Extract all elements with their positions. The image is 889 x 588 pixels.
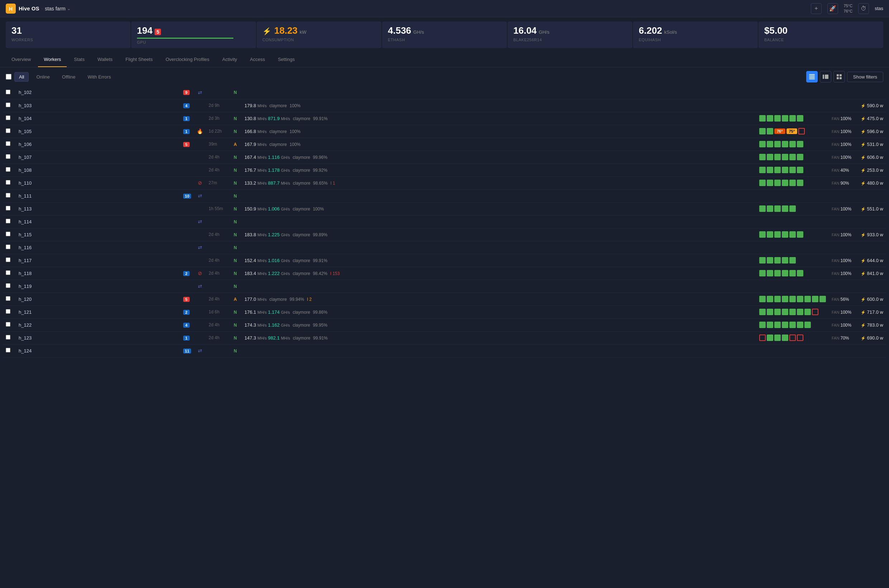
worker-checkbox[interactable] (6, 128, 10, 133)
gpu-bar-item (789, 231, 796, 238)
worker-checkbox[interactable] (6, 283, 10, 288)
worker-checkbox[interactable] (6, 335, 10, 339)
worker-checkbox[interactable] (6, 193, 10, 198)
worker-name[interactable]: h_103 (19, 103, 31, 108)
worker-name[interactable]: h_123 (19, 335, 31, 340)
worker-name[interactable]: h_106 (19, 142, 31, 147)
gpu-bar-item (797, 167, 804, 173)
tab-overclocking[interactable]: Overclocking Profiles (160, 52, 215, 67)
sync-icon: ⇄ (198, 193, 202, 199)
worker-name[interactable]: h_119 (19, 284, 31, 289)
worker-name[interactable]: h_114 (19, 219, 31, 225)
worker-power: ⚡ 551.0 w (858, 202, 886, 215)
filter-with-errors[interactable]: With Errors (83, 72, 115, 82)
gpu-bar-group (759, 206, 826, 212)
clock-icon[interactable]: ⏱ (858, 3, 869, 14)
tab-settings[interactable]: Settings (272, 52, 300, 67)
gpu-bar-item (774, 270, 781, 276)
filter-offline[interactable]: Offline (57, 72, 80, 82)
worker-name[interactable]: h_115 (19, 232, 31, 237)
worker-checkbox[interactable] (6, 270, 10, 275)
worker-name[interactable]: h_121 (19, 309, 31, 315)
tab-overview[interactable]: Overview (6, 52, 37, 67)
worker-name[interactable]: h_116 (19, 245, 31, 250)
worker-checkbox[interactable] (6, 102, 10, 107)
worker-checkbox[interactable] (6, 141, 10, 146)
hive-logo-icon: H (6, 4, 16, 14)
worker-name[interactable]: h_122 (19, 322, 31, 328)
worker-hashrate (241, 280, 756, 292)
worker-checkbox[interactable] (6, 90, 10, 94)
worker-name[interactable]: h_108 (19, 167, 31, 173)
worker-checkbox[interactable] (6, 309, 10, 314)
filter-all[interactable]: All (14, 72, 28, 82)
worker-badge: 1 (183, 129, 190, 134)
worker-name[interactable]: h_104 (19, 116, 31, 121)
blake-value: 16.04 (513, 25, 537, 36)
worker-checkbox[interactable] (6, 296, 10, 301)
tab-flight-sheets[interactable]: Flight Sheets (120, 52, 159, 67)
worker-name[interactable]: h_105 (19, 129, 31, 134)
worker-name[interactable]: h_118 (19, 271, 31, 276)
tab-workers[interactable]: Workers (38, 52, 67, 67)
algo-indicator: N (234, 336, 237, 340)
gpu-bar-item (797, 322, 804, 328)
rocket-icon[interactable]: 🚀 (828, 3, 838, 14)
balance-label: BALANCE (764, 38, 877, 42)
gpu-bar-item (797, 270, 804, 276)
gpu-bar-item (782, 167, 788, 173)
worker-name[interactable]: h_107 (19, 154, 31, 160)
worker-hashrate: 167.4 MH/s 1.116 GH/s claymore 99.96% (241, 151, 756, 164)
worker-name[interactable]: h_124 (19, 348, 31, 354)
tab-activity[interactable]: Activity (216, 52, 243, 67)
worker-name[interactable]: h_110 (19, 180, 31, 186)
view-list-detail-button[interactable] (806, 71, 818, 82)
gpu-bar-item (782, 309, 788, 315)
worker-checkbox[interactable] (6, 257, 10, 262)
worker-checkbox[interactable] (6, 206, 10, 210)
worker-name[interactable]: h_113 (19, 206, 31, 212)
fire-icon: 🔥 (197, 128, 203, 134)
worker-name[interactable]: h_111 (19, 193, 31, 199)
worker-checkbox[interactable] (6, 154, 10, 159)
show-filters-button[interactable]: Show filters (847, 72, 883, 82)
view-list-simple-button[interactable] (820, 71, 831, 82)
worker-uptime (206, 344, 231, 357)
table-row: h_12312d 4hN147.3 MH/s 982.1 MH/s claymo… (3, 331, 886, 344)
tab-wallets[interactable]: Wallets (92, 52, 118, 67)
worker-checkbox[interactable] (6, 180, 10, 184)
tab-stats[interactable]: Stats (68, 52, 90, 67)
worker-name[interactable]: h_117 (19, 258, 31, 263)
worker-hashrate: 150.9 MH/s 1.006 GH/s claymore 100% (241, 202, 756, 215)
worker-name[interactable]: h_120 (19, 297, 31, 302)
worker-hashrate: 177.0 MH/s claymore 99.94% I 2 (241, 292, 756, 306)
gpu-bar-item (774, 141, 781, 147)
filter-online[interactable]: Online (31, 72, 54, 82)
worker-name[interactable]: h_102 (19, 90, 31, 95)
select-all-checkbox[interactable] (6, 74, 12, 80)
gpu-bar-item (782, 334, 788, 341)
worker-checkbox[interactable] (6, 219, 10, 224)
worker-checkbox[interactable] (6, 232, 10, 236)
worker-uptime: 2d 3h (206, 112, 231, 125)
table-row: h_12052d 4hA177.0 MH/s claymore 99.94% I… (3, 292, 886, 306)
view-grid-button[interactable] (834, 71, 845, 82)
worker-checkbox[interactable] (6, 116, 10, 120)
worker-badge: 4 (183, 103, 190, 108)
worker-checkbox[interactable] (6, 167, 10, 172)
algo-indicator: N (234, 232, 237, 237)
worker-checkbox[interactable] (6, 244, 10, 249)
worker-power: ⚡ 841.0 w (858, 267, 886, 280)
worker-power (858, 189, 886, 202)
gpu-bar-item (767, 309, 773, 315)
tab-access[interactable]: Access (244, 52, 271, 67)
add-button[interactable]: ＋ (811, 3, 822, 14)
worker-power: ⚡ 253.0 w (858, 164, 886, 176)
consumption-label: CONSUMPTION (262, 38, 376, 42)
user-name[interactable]: stas (875, 6, 883, 11)
gpu-bar-group: 76° 75° (759, 128, 826, 135)
worker-checkbox[interactable] (6, 348, 10, 352)
worker-checkbox[interactable] (6, 322, 10, 327)
gpu-bar-item (774, 115, 781, 122)
farm-name[interactable]: stas farm ⌄ (45, 6, 70, 12)
